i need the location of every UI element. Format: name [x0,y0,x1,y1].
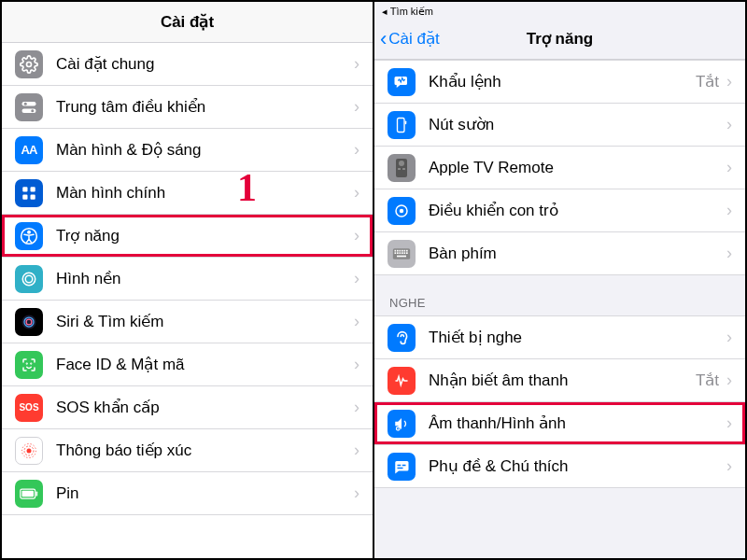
svg-rect-38 [406,249,408,251]
svg-rect-29 [402,168,405,170]
nav-title-right: Trợ năng [527,29,593,49]
svg-rect-34 [397,249,399,251]
svg-point-16 [26,363,27,364]
settings-panel-left: Cài đặt Cài đặt chung › Trung tâm điều k… [2,2,374,558]
row-sound-recognition[interactable]: Nhận biết âm thanh Tắt › [374,359,745,402]
chevron-right-icon: › [354,483,359,503]
sos-icon: SOS [15,394,43,422]
svg-point-10 [28,231,31,233]
faceid-icon [15,351,43,379]
row-faceid-passcode[interactable]: Face ID & Mật mã › [2,343,373,386]
row-label: Cài đặt chung [56,54,354,74]
row-wallpaper[interactable]: Hình nền › [2,258,373,301]
row-pointer-control[interactable]: Điều khiển con trỏ › [374,189,745,232]
keyboard-icon [388,240,416,268]
row-label: Bàn phím [429,245,726,263]
row-emergency-sos[interactable]: SOS SOS khẩn cấp › [2,386,373,429]
svg-rect-8 [31,194,35,199]
row-label: Siri & Tìm kiếm [56,312,354,331]
svg-point-12 [22,273,35,286]
chevron-right-icon: › [354,54,359,74]
svg-rect-39 [395,252,397,254]
row-keyboards[interactable]: Bàn phím › [374,232,745,275]
row-accessibility[interactable]: Trợ năng › [2,215,373,258]
chevron-right-icon: › [354,441,359,460]
siri-icon [15,308,43,336]
svg-rect-35 [400,249,402,251]
row-label: Trợ năng [56,226,354,245]
row-appletv-remote[interactable]: Apple TV Remote › [374,147,745,189]
row-label: Hình nền [56,269,354,288]
row-label: Pin [56,484,354,503]
nav-title-left: Cài đặt [161,12,214,32]
chevron-right-icon: › [726,413,732,433]
svg-rect-45 [397,255,406,257]
subtitles-icon [388,453,416,481]
svg-rect-36 [402,249,403,251]
svg-rect-43 [404,252,406,254]
chevron-right-icon: › [354,269,359,288]
row-label: Điều khiển con trỏ [429,201,726,220]
chevron-right-icon: › [354,183,359,203]
chevron-right-icon: › [726,201,732,220]
back-label: Cài đặt [388,29,439,49]
status-bar: ◂ Tìm kiếm [374,2,745,19]
chevron-right-icon: › [354,355,359,374]
row-control-center[interactable]: Trung tâm điều khiển › [2,86,373,129]
chevron-right-icon: › [726,115,732,134]
chevron-right-icon: › [726,158,732,177]
row-siri-search[interactable]: Siri & Tìm kiếm › [2,301,373,343]
row-hearing-devices[interactable]: Thiết bị nghe › [374,316,745,359]
svg-rect-42 [402,252,403,254]
accessibility-list-2: Thiết bị nghe › Nhận biết âm thanh Tắt ›… [374,315,745,488]
row-label: Màn hình & Độ sáng [56,140,354,160]
svg-rect-37 [404,249,406,251]
row-label: Face ID & Mật mã [56,355,354,374]
svg-rect-49 [402,464,406,466]
navbar-left: Cài đặt [2,2,373,43]
row-label: Nhận biết âm thanh [429,371,696,390]
row-subtitles-captions[interactable]: Phụ đề & Chú thích › [374,445,745,488]
svg-point-18 [27,448,32,453]
svg-rect-23 [22,490,35,497]
back-to-search: ◂ Tìm kiếm [382,6,433,18]
row-exposure-notifications[interactable]: Thông báo tiếp xúc › [2,429,373,472]
remote-icon [388,154,416,182]
svg-point-47 [398,427,399,428]
svg-point-4 [31,109,34,112]
svg-point-0 [27,62,32,66]
side-button-icon [388,111,416,139]
row-label: Màn hình chính [56,184,354,203]
row-battery[interactable]: Pin › [2,472,373,515]
pointer-icon [388,197,416,225]
row-display-brightness[interactable]: AA Màn hình & Độ sáng › [2,129,373,172]
svg-point-31 [401,209,403,212]
row-label: Thông báo tiếp xúc [56,441,354,460]
gear-icon [15,50,43,78]
row-voice-control[interactable]: Khẩu lệnh Tắt › [374,61,745,104]
row-audio-visual[interactable]: Âm thanh/Hình ảnh › [374,402,745,445]
svg-rect-50 [398,467,403,469]
back-button[interactable]: ‹ Cài đặt [380,29,440,49]
svg-point-3 [24,102,27,105]
row-general[interactable]: Cài đặt chung › [2,43,373,86]
settings-list-left: Cài đặt chung › Trung tâm điều khiển › A… [2,43,373,515]
text-size-icon: AA [15,136,43,164]
chevron-right-icon: › [726,328,732,347]
row-home-screen[interactable]: Màn hình chính › [2,172,373,215]
row-side-button[interactable]: Nút sườn › [374,104,745,147]
svg-rect-41 [400,252,402,254]
chevron-right-icon: › [354,312,359,331]
row-value: Tắt [696,371,719,390]
svg-rect-25 [405,120,407,124]
svg-point-11 [25,275,33,283]
exposure-icon [15,437,43,465]
chevron-right-icon: › [726,456,732,476]
svg-rect-40 [397,252,399,254]
svg-rect-44 [406,252,408,254]
chevron-left-icon: ‹ [380,29,387,49]
chevron-right-icon: › [726,244,732,263]
svg-point-17 [31,363,32,364]
home-screen-icon [15,179,43,207]
section-header-hearing: NGHE [374,275,745,315]
